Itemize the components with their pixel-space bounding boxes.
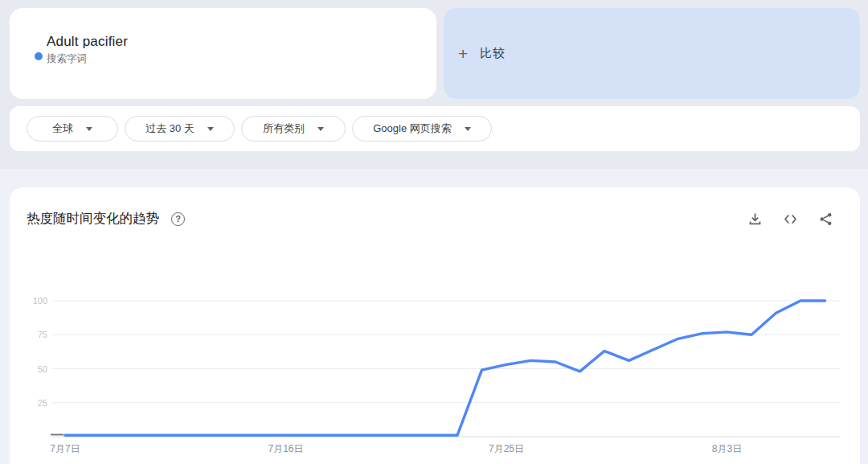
chevron-down-icon: [86, 127, 92, 131]
x-tick-label: 7月16日: [268, 443, 303, 454]
search-term-card[interactable]: Adult pacifier 搜索字词: [10, 8, 436, 99]
filter-pill-label: 全球: [52, 121, 73, 136]
chart-header: 热度随时间变化的趋势 ?: [10, 187, 860, 228]
filter-pill-1[interactable]: 过去 30 天: [125, 116, 235, 142]
trend-chart[interactable]: 2550751007月7日7月16日7月25日8月3日: [10, 273, 860, 464]
filter-pill-label: Google 网页搜索: [373, 121, 452, 136]
x-tick-label: 8月3日: [712, 443, 742, 454]
search-term-type-label: 搜索字词: [47, 52, 87, 66]
interest-over-time-card: 热度随时间变化的趋势 ? 2550751007月7日7月16日7月25日8月3日: [10, 187, 860, 464]
filter-pill-label: 所有类别: [263, 121, 305, 136]
trend-line: [65, 301, 825, 435]
chevron-down-icon: [317, 127, 324, 131]
x-tick-label: 7月7日: [50, 443, 80, 454]
chevron-down-icon: [465, 127, 471, 131]
filter-pill-0[interactable]: 全球: [27, 116, 118, 142]
filter-pill-3[interactable]: Google 网页搜索: [352, 116, 492, 142]
y-axis-label: 100: [33, 296, 47, 306]
embed-icon[interactable]: [783, 211, 798, 227]
y-axis-label: 25: [38, 398, 47, 408]
filter-pill-label: 过去 30 天: [145, 121, 194, 136]
add-comparison-button[interactable]: + 比较: [444, 8, 860, 99]
y-axis-label: 50: [38, 364, 47, 374]
filter-bar: 全球过去 30 天所有类别Google 网页搜索: [10, 106, 860, 151]
search-term-title: Adult pacifier: [47, 34, 128, 50]
chart-title: 热度随时间变化的趋势: [27, 210, 159, 228]
y-axis-label: 75: [38, 330, 47, 339]
help-icon[interactable]: ?: [171, 212, 185, 226]
compare-label: 比较: [480, 46, 506, 61]
share-icon[interactable]: [818, 211, 833, 227]
x-tick-label: 7月25日: [489, 443, 524, 454]
download-icon[interactable]: [747, 211, 763, 227]
chevron-down-icon: [207, 127, 214, 131]
plus-icon: +: [458, 44, 468, 64]
filter-pill-2[interactable]: 所有类别: [241, 116, 346, 142]
series-color-dot-icon: [35, 52, 43, 60]
chart-actions: [747, 211, 833, 227]
